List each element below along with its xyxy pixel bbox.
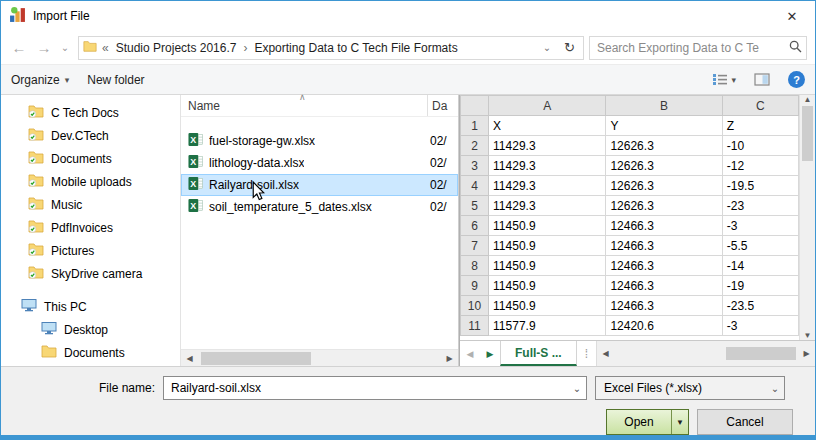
sheet-cell[interactable]: 11577.9	[489, 316, 606, 336]
scroll-right-icon[interactable]: ▶	[798, 349, 815, 358]
horizontal-scrollbar[interactable]: ◀ ▶	[181, 349, 458, 366]
sheet-row-number[interactable]: 4	[461, 176, 489, 196]
sheet-row-number[interactable]: 7	[461, 236, 489, 256]
sheet-cell[interactable]: X	[489, 116, 606, 136]
sidebar-item-this-pc[interactable]: This PC	[1, 295, 180, 318]
sheet-tab[interactable]: Full-S ...	[500, 341, 577, 366]
sheet-cell[interactable]: -10	[722, 136, 798, 156]
sheet-cell[interactable]: 11450.9	[489, 236, 606, 256]
sheet-cell[interactable]: -5.5	[722, 236, 798, 256]
sheet-cell[interactable]: 11429.3	[489, 176, 606, 196]
sheet-cell[interactable]: 11450.9	[489, 296, 606, 316]
sheet-row-number[interactable]: 10	[461, 296, 489, 316]
open-button[interactable]: Open	[607, 410, 671, 434]
sheet-cell[interactable]: -23.5	[722, 296, 798, 316]
sheet-cell[interactable]: -23	[722, 196, 798, 216]
sheet-row-number[interactable]: 8	[461, 256, 489, 276]
sheet-cell[interactable]: Z	[722, 116, 798, 136]
scroll-left-icon[interactable]: ◀	[181, 354, 198, 363]
breadcrumb-item-parent[interactable]: Studio Projects 2016.7	[114, 41, 239, 55]
sheet-cell[interactable]: 12466.3	[606, 256, 722, 276]
sheet-cell[interactable]: 11429.3	[489, 136, 606, 156]
cancel-button[interactable]: Cancel	[697, 409, 793, 435]
sheet-cell[interactable]: -3	[722, 216, 798, 236]
sheet-col-header[interactable]: A	[489, 96, 606, 116]
vertical-scrollbar[interactable]: ▲ ▼	[799, 95, 815, 340]
sheet-row-number[interactable]: 11	[461, 316, 489, 336]
scrollbar-thumb[interactable]	[201, 352, 311, 365]
sheet-cell[interactable]: 12626.3	[606, 156, 722, 176]
sheet-cell[interactable]: 12626.3	[606, 176, 722, 196]
file-row-soil-temperature-5-dates-xlsx[interactable]: Xsoil_temperature_5_dates.xlsx02/	[181, 196, 458, 218]
sheet-cell[interactable]: 12626.3	[606, 136, 722, 156]
search-box[interactable]	[589, 36, 807, 60]
sidebar-item-documents[interactable]: Documents	[1, 147, 180, 170]
sidebar-item-music[interactable]: Music	[1, 193, 180, 216]
scrollbar-thumb[interactable]	[726, 347, 796, 360]
sheet-cell[interactable]: -19	[722, 276, 798, 296]
scroll-left-icon[interactable]: ◀	[597, 349, 614, 358]
sidebar-item-mobile-uploads[interactable]: Mobile uploads	[1, 170, 180, 193]
open-dropdown-button[interactable]: ▼	[671, 410, 688, 434]
scrollbar-thumb[interactable]	[802, 106, 813, 161]
sheet-horizontal-scrollbar[interactable]: ◀ ▶	[596, 341, 815, 366]
sheet-corner-cell[interactable]	[461, 96, 489, 116]
sheet-cell[interactable]: 11450.9	[489, 276, 606, 296]
breadcrumb-overflow-button[interactable]: «	[102, 41, 109, 55]
chevron-down-icon[interactable]: ⌄	[568, 383, 586, 394]
sheet-cell[interactable]: 11429.3	[489, 156, 606, 176]
sheet-row-number[interactable]: 5	[461, 196, 489, 216]
recent-locations-button[interactable]: ⌄	[59, 42, 71, 53]
sheet-cell[interactable]: -14	[722, 256, 798, 276]
preview-pane-button[interactable]	[754, 73, 770, 86]
sheet-cell[interactable]: Y	[606, 116, 722, 136]
organize-button[interactable]: Organize ▾	[11, 73, 69, 87]
file-row-lithology-data-xlsx[interactable]: Xlithology-data.xlsx02/	[181, 152, 458, 174]
sheet-cell[interactable]: 12466.3	[606, 296, 722, 316]
sheet-col-header[interactable]: B	[606, 96, 722, 116]
sheet-cell[interactable]: 12466.3	[606, 276, 722, 296]
sheet-cell[interactable]: 12626.3	[606, 196, 722, 216]
sheet-cell[interactable]: 12466.3	[606, 236, 722, 256]
file-name-input[interactable]	[164, 381, 568, 395]
sheet-cell[interactable]: -3	[722, 316, 798, 336]
sheet-cell[interactable]: -12	[722, 156, 798, 176]
address-dropdown-button[interactable]: ⌄	[539, 42, 555, 53]
sidebar-item-skydrive-camera[interactable]: SkyDrive camera	[1, 262, 180, 285]
scroll-down-icon[interactable]: ▼	[800, 331, 815, 340]
help-button[interactable]: ?	[788, 71, 805, 88]
sheet-row-number[interactable]: 9	[461, 276, 489, 296]
column-header-name[interactable]: Name ∧	[181, 95, 428, 116]
sidebar-item-documents[interactable]: Documents	[1, 341, 180, 364]
sheet-cell[interactable]: -19.5	[722, 176, 798, 196]
sheet-row-number[interactable]: 2	[461, 136, 489, 156]
sidebar-item-pdfinvoices[interactable]: PdfInvoices	[1, 216, 180, 239]
file-name-combobox[interactable]: ⌄	[163, 376, 587, 400]
sheet-cell[interactable]: 11450.9	[489, 256, 606, 276]
scroll-up-icon[interactable]: ▲	[800, 95, 815, 104]
sheet-cell[interactable]: 12420.6	[606, 316, 722, 336]
forward-button[interactable]: →	[34, 39, 54, 56]
file-row-fuel-storage-gw-xlsx[interactable]: Xfuel-storage-gw.xlsx02/	[181, 130, 458, 152]
file-type-select[interactable]: Excel Files (*.xlsx) ⌄	[595, 376, 785, 400]
close-button[interactable]: ✕	[769, 1, 815, 31]
sheet-col-header[interactable]: C	[722, 96, 798, 116]
search-input[interactable]	[597, 41, 789, 55]
sheet-row-number[interactable]: 3	[461, 156, 489, 176]
sidebar-item-desktop[interactable]: Desktop	[1, 318, 180, 341]
sidebar-item-pictures[interactable]: Pictures	[1, 239, 180, 262]
sheet-row-number[interactable]: 6	[461, 216, 489, 236]
back-button[interactable]: ←	[9, 39, 29, 56]
sidebar-item-dev-ctech[interactable]: Dev.CTech	[1, 124, 180, 147]
column-header-date[interactable]: Da	[428, 95, 458, 116]
next-sheet-button[interactable]: ▶	[480, 341, 500, 366]
view-options-button[interactable]: ▾	[712, 73, 736, 86]
address-bar[interactable]: « Studio Projects 2016.7 › Exporting Dat…	[78, 36, 584, 60]
file-row-railyard-soil-xlsx[interactable]: XRailyard-soil.xlsx02/	[181, 174, 458, 196]
sidebar-item-c-tech-docs[interactable]: C Tech Docs	[1, 101, 180, 124]
breadcrumb-item-current[interactable]: Exporting Data to C Tech File Formats	[252, 41, 459, 55]
scroll-right-icon[interactable]: ▶	[441, 354, 458, 363]
new-folder-button[interactable]: New folder	[87, 73, 144, 87]
refresh-icon[interactable]: ↻	[560, 40, 579, 55]
sheet-cell[interactable]: 12466.3	[606, 216, 722, 236]
